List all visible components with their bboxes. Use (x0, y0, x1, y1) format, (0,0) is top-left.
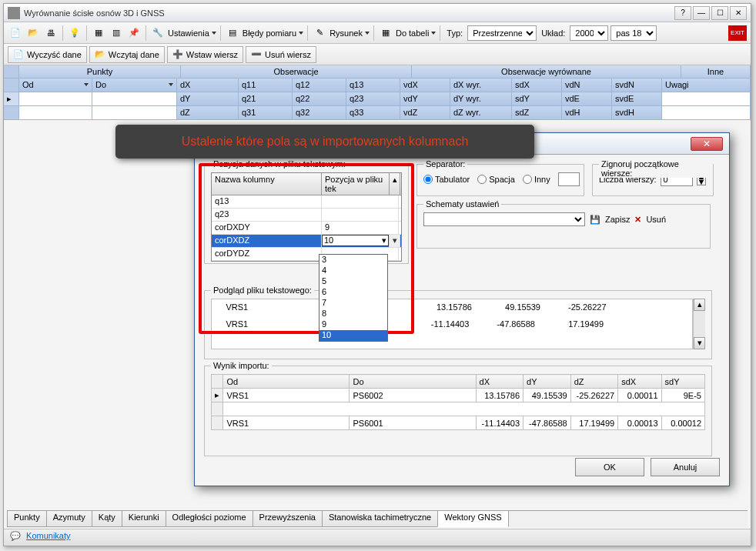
schema-save-button[interactable]: Zapisz (605, 215, 630, 224)
print-icon[interactable]: 🖶 (43, 25, 59, 41)
col-uwagi[interactable]: Uwagi (662, 78, 751, 92)
group-other: Inne (681, 65, 751, 78)
group-obs: Obserwacje (181, 65, 412, 78)
col-q32[interactable]: q32 (293, 106, 346, 120)
tab-przewyzszenia[interactable]: Przewyższenia (253, 511, 323, 527)
col-od[interactable]: Od (19, 78, 92, 92)
open-icon[interactable]: 📂 (25, 25, 41, 41)
insert-icon: ➕ (172, 49, 183, 60)
col-svdh[interactable]: svdH (612, 106, 662, 120)
doc2-icon[interactable]: ▥ (109, 25, 124, 41)
col-dzwyr[interactable]: dZ wyr. (450, 106, 512, 120)
col-vdz[interactable]: vdZ (400, 106, 450, 120)
load-data-button[interactable]: 📂Wczytaj dane (89, 46, 165, 63)
messages-link[interactable]: Komunikaty (26, 531, 70, 540)
col-q31[interactable]: q31 (239, 106, 293, 120)
dialog-close-button[interactable]: ✕ (691, 137, 723, 151)
settings-dropdown[interactable]: Ustawienia (168, 28, 216, 38)
col-svdn[interactable]: svdN (612, 78, 662, 92)
col-vde[interactable]: vdE (562, 92, 612, 106)
col-q12[interactable]: q12 (293, 78, 346, 92)
close-button[interactable]: ✕ (730, 6, 747, 20)
col-sdy[interactable]: sdY (512, 92, 562, 106)
type-select[interactable]: Przestrzenne (467, 25, 537, 41)
col-dz[interactable]: dZ (177, 106, 239, 120)
sep-space-radio[interactable]: Spacja (477, 175, 515, 184)
clear-data-button[interactable]: 📄Wyczyść dane (8, 46, 87, 63)
col-do[interactable]: Do (92, 78, 177, 92)
tab-punkty[interactable]: Punkty (7, 511, 47, 527)
new-icon[interactable]: 📄 (8, 25, 23, 41)
tab-odleglosci[interactable]: Odległości poziome (166, 511, 253, 527)
tab-wektory-gnss[interactable]: Wektory GNSS (437, 511, 508, 527)
minimize-button[interactable]: — (693, 6, 710, 20)
scroll-up-button[interactable]: ▴ (390, 173, 400, 195)
separator-group: Separator: Tabulator Spacja Inny (416, 164, 584, 196)
position-grid[interactable]: Nazwa kolumny Pozycja w pliku tek ▴ q13 … (211, 172, 402, 262)
doc-icon[interactable]: ▦ (91, 25, 106, 41)
system-label: Układ: (539, 28, 567, 38)
drawing-dropdown[interactable]: Rysunek (329, 28, 370, 38)
ok-button[interactable]: OK (575, 458, 644, 476)
exit-button[interactable]: EXIT (728, 25, 747, 41)
col-dxwyr[interactable]: dX wyr. (450, 78, 512, 92)
table-row: VRS1 PS6001 -11.14403 -47.86588 17.19499… (212, 416, 705, 430)
preview-text-area[interactable]: VRS1 13.15786 49.15539 -25.26227 VRS1 -1… (211, 299, 693, 349)
sep-other-radio[interactable]: Inny (523, 175, 550, 184)
preview-group: Podgląd pliku tekstowego: VRS1 13.15786 … (204, 290, 712, 359)
scroll-down-button[interactable]: ▾ (390, 235, 400, 247)
annotation-callout: Ustalenie które pola są w importowanych … (115, 125, 534, 159)
col-sdz[interactable]: sdZ (512, 106, 562, 120)
totable-dropdown[interactable]: Do tabeli (396, 28, 436, 38)
col-dywyr[interactable]: dY wyr. (450, 92, 512, 106)
col-name-header: Nazwa kolumny (212, 173, 322, 195)
status-bar: 💬 Komunikaty (4, 529, 751, 546)
col-vdh[interactable]: vdH (562, 106, 612, 120)
dropdown-arrow-icon[interactable]: ▾ (382, 235, 386, 245)
load-icon: 📂 (95, 49, 105, 60)
col-q13[interactable]: q13 (346, 78, 400, 92)
col-q33[interactable]: q33 (346, 106, 400, 120)
cancel-button[interactable]: Anuluj (651, 458, 720, 476)
tab-stanowiska[interactable]: Stanowiska tachimetryczne (322, 511, 438, 527)
bulb-icon[interactable]: 💡 (67, 25, 82, 41)
grid-icon[interactable]: ▤ (225, 25, 240, 41)
zone-select[interactable]: pas 18 (610, 25, 657, 41)
tools-icon[interactable]: 🔧 (150, 25, 166, 41)
table-icon[interactable]: ▦ (378, 25, 393, 41)
pin-icon[interactable]: 📌 (126, 25, 142, 41)
maximize-button[interactable]: ☐ (711, 6, 728, 20)
preview-scrollbar[interactable]: ▴ ▾ (693, 299, 705, 349)
schema-select[interactable] (423, 212, 585, 226)
sep-tab-radio[interactable]: Tabulator (423, 175, 470, 184)
insert-row-button[interactable]: ➕Wstaw wiersz (167, 46, 243, 63)
col-q23[interactable]: q23 (346, 92, 400, 106)
col-sdx[interactable]: sdX (512, 78, 562, 92)
col-q21[interactable]: q21 (239, 92, 293, 106)
schema-delete-button[interactable]: Usuń (646, 215, 666, 224)
selected-row-cordxdz[interactable]: corDXDZ 10▾ ▾ (212, 235, 401, 248)
tab-katy[interactable]: Kąty (92, 511, 122, 527)
col-pos-header: Pozycja w pliku tek (322, 173, 390, 195)
col-q22[interactable]: q22 (293, 92, 346, 106)
result-group: Wynik importu: Od Do dX dY dZ sdX sdY ▸ … (204, 366, 712, 456)
col-vdx[interactable]: vdX (400, 78, 450, 92)
draw-icon[interactable]: ✎ (312, 25, 327, 41)
col-q11[interactable]: q11 (239, 78, 293, 92)
result-table[interactable]: Od Do dX dY dZ sdX sdY ▸ VRS1 PS6002 13.… (211, 374, 705, 430)
sep-other-input[interactable] (558, 172, 580, 186)
tab-azymuty[interactable]: Azymuty (46, 511, 92, 527)
col-dy[interactable]: dY (177, 92, 239, 106)
system-select[interactable]: 2000 (570, 25, 608, 41)
col-svde[interactable]: svdE (612, 92, 662, 106)
secondary-toolbar: 📄Wyczyść dane 📂Wczytaj dane ➕Wstaw wiers… (4, 44, 751, 65)
group-obs-adj: Obserwacje wyrównane (412, 65, 681, 78)
col-vdy[interactable]: vdY (400, 92, 450, 106)
position-dropdown-list[interactable]: 3 4 5 6 7 8 9 10 (319, 254, 388, 342)
help-button[interactable]: ? (674, 6, 691, 20)
col-vdn[interactable]: vdN (562, 78, 612, 92)
col-dx[interactable]: dX (177, 78, 239, 92)
tab-kierunki[interactable]: Kierunki (122, 511, 166, 527)
delete-row-button[interactable]: ➖Usuń wiersz (246, 46, 316, 63)
errors-dropdown[interactable]: Błędy pomiaru (243, 28, 303, 38)
